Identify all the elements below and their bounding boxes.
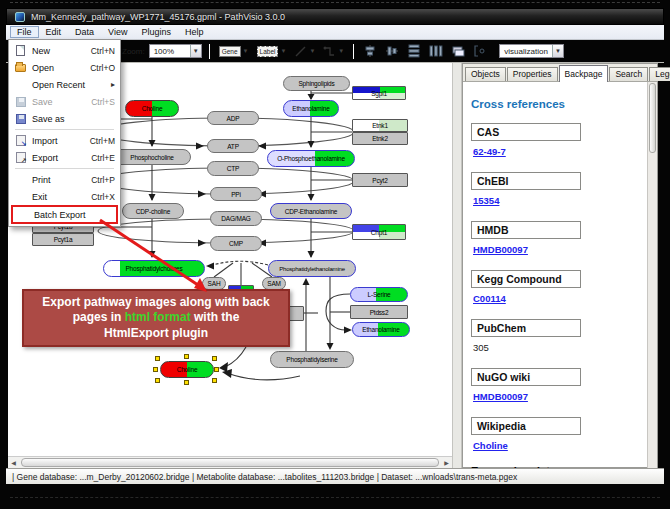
node-ppi[interactable]: PPi xyxy=(210,187,262,201)
chevron-down-icon[interactable]: ▼ xyxy=(309,48,315,54)
node-o-phosphoethanolamine[interactable]: O-Phosphoethanolamine xyxy=(267,150,355,167)
chevron-down-icon[interactable]: ▼ xyxy=(552,45,563,57)
node-cdp-choline[interactable]: CDP-choline xyxy=(122,203,184,219)
visualization-value[interactable]: visualization xyxy=(500,47,552,56)
menu-item-new[interactable]: NewCtrl+N xyxy=(11,42,118,59)
tab-backpage[interactable]: Backpage xyxy=(559,65,609,82)
menu-data[interactable]: Data xyxy=(68,26,101,38)
menu-view[interactable]: View xyxy=(101,26,134,38)
node-phosphatidylcholines[interactable]: Phosphatidylcholines xyxy=(103,260,205,277)
node-sphingolipids[interactable]: Sphingolipids xyxy=(283,76,350,91)
node-etnk1[interactable]: Etnk1 xyxy=(352,119,408,132)
draw-connector-button[interactable]: ▼ xyxy=(321,43,346,60)
selection-handle[interactable] xyxy=(212,356,217,361)
tab-search[interactable]: Search xyxy=(609,67,648,81)
tab-objects[interactable]: Objects xyxy=(465,67,506,81)
node-phosphocholine[interactable]: Phosphocholine xyxy=(113,149,191,165)
menu-help[interactable]: Help xyxy=(178,26,211,38)
panel-splitter[interactable] xyxy=(452,63,462,468)
menu-item-exit[interactable]: ExitCtrl+X xyxy=(11,188,118,205)
scroll-right-icon[interactable]: ▶ xyxy=(441,458,452,468)
menu-item-save-as[interactable]: Save as xyxy=(11,110,118,127)
menu-separator xyxy=(15,168,114,169)
elbow-connector-icon xyxy=(323,45,336,58)
node-pcyt2[interactable]: Pcyt2 xyxy=(352,173,408,187)
xref-link[interactable]: 62-49-7 xyxy=(473,146,506,157)
add-gene-button[interactable]: Gene ▼ xyxy=(217,43,251,60)
align-center-button[interactable] xyxy=(361,43,379,60)
node-etnk2[interactable]: Etnk2 xyxy=(352,132,408,145)
window-title: Mm_Kennedy_pathway_WP1771_45176.gpml - P… xyxy=(31,12,285,22)
distribute-vertical-button[interactable] xyxy=(405,43,423,60)
window-titlebar: Mm_Kennedy_pathway_WP1771_45176.gpml - P… xyxy=(6,8,664,25)
menu-item-open-recent[interactable]: Open Recent xyxy=(11,76,118,93)
tab-properties[interactable]: Properties xyxy=(507,67,558,81)
frame-bottom-dash xyxy=(10,497,660,498)
tab-legend[interactable]: Legend xyxy=(649,67,670,81)
scrollbar-thumb[interactable] xyxy=(21,458,439,467)
node-choline-selected[interactable]: Choline xyxy=(160,361,214,378)
xref-link[interactable]: 15354 xyxy=(473,195,499,206)
scrollbar-thumb[interactable] xyxy=(649,83,656,153)
node-ptdss2[interactable]: Ptdss2 xyxy=(350,305,408,319)
distribute-vertical-icon xyxy=(407,44,421,58)
menu-item-import[interactable]: ImportCtrl+M xyxy=(11,132,118,149)
scroll-left-icon[interactable]: ◀ xyxy=(8,458,19,468)
menu-file[interactable]: File xyxy=(10,26,39,38)
distribute-horizontal-icon xyxy=(429,44,443,58)
node-ethanolamine-top[interactable]: Ethanolamine xyxy=(283,100,339,117)
xref-link[interactable]: Choline xyxy=(473,440,508,451)
menu-item-export[interactable]: ExportCtrl+E xyxy=(11,149,118,166)
distribute-horizontal-button[interactable] xyxy=(427,43,445,60)
add-label-button[interactable]: Label ▼ xyxy=(255,43,289,60)
node-ctp[interactable]: CTP xyxy=(207,161,259,176)
node-atp[interactable]: ATP xyxy=(207,139,259,153)
selection-handle[interactable] xyxy=(184,354,189,359)
node-choline-top[interactable]: Choline xyxy=(125,100,179,117)
node-phosphatidylserine[interactable]: Phosphatidylserine xyxy=(270,351,354,368)
menu-item-open[interactable]: OpenCtrl+O xyxy=(11,59,118,76)
selection-handle[interactable] xyxy=(153,367,158,372)
menu-item-batch-export[interactable]: Batch Export xyxy=(11,205,118,224)
node-chpt1[interactable]: Chpt1 xyxy=(352,224,406,240)
common-size-button[interactable] xyxy=(449,43,467,60)
save-as-icon xyxy=(14,113,27,125)
menu-edit[interactable]: Edit xyxy=(39,26,69,38)
node-ethanolamine-bottom[interactable]: Ethanolamine xyxy=(352,322,410,337)
chevron-down-icon[interactable]: ▼ xyxy=(243,48,249,54)
draw-line-button[interactable]: ▼ xyxy=(292,43,317,60)
selection-handle[interactable] xyxy=(214,367,219,372)
selection-handle[interactable] xyxy=(184,380,189,385)
selection-handle[interactable] xyxy=(212,378,217,383)
xref-link[interactable]: HMDB00097 xyxy=(473,244,528,255)
group-button[interactable] xyxy=(471,43,489,60)
node-l-serine[interactable]: L-Serine xyxy=(350,287,408,302)
xref-link[interactable]: C00114 xyxy=(473,293,506,304)
zoom-value[interactable]: 100% xyxy=(150,47,190,56)
zoom-combobox[interactable]: 100% ▼ xyxy=(149,44,202,58)
node-pcyt1a[interactable]: Pcyt1a xyxy=(32,233,94,246)
node-cdp-ethanolamine[interactable]: CDP-Ethanolamine xyxy=(270,203,352,219)
chevron-down-icon[interactable]: ▼ xyxy=(190,45,201,57)
node-sgpl1[interactable]: Sgpl1 xyxy=(352,86,406,100)
chevron-down-icon[interactable]: ▼ xyxy=(280,48,286,54)
node-adp[interactable]: ADP xyxy=(207,111,259,125)
cross-references-heading: Cross references xyxy=(471,98,649,110)
menu-plugins[interactable]: Plugins xyxy=(134,26,178,38)
sidebar-vertical-scrollbar[interactable] xyxy=(647,82,657,468)
align-middle-button[interactable] xyxy=(383,43,401,60)
chevron-down-icon[interactable]: ▼ xyxy=(338,48,344,54)
node-phosphatidylethanolamine[interactable]: Phosphatidylethanolamine xyxy=(268,260,356,277)
canvas-horizontal-scrollbar[interactable]: ◀ ▶ xyxy=(8,456,452,468)
sidebar-tabs: Objects Properties Backpage Search Legen… xyxy=(463,64,657,82)
xref-header: Kegg Compound xyxy=(471,270,581,288)
visualization-combobox[interactable]: visualization ▼ xyxy=(499,44,564,58)
node-dag-mag[interactable]: DAG/MAG xyxy=(210,211,262,226)
selection-handle[interactable] xyxy=(155,356,160,361)
annotation-callout: Export pathway images along with back pa… xyxy=(22,289,290,347)
selection-handle[interactable] xyxy=(155,378,160,383)
node-cmp[interactable]: CMP xyxy=(210,236,262,251)
callout-highlight: html format xyxy=(125,310,191,324)
menu-item-print[interactable]: PrintCtrl+P xyxy=(11,171,118,188)
xref-link[interactable]: HMDB00097 xyxy=(473,391,528,402)
